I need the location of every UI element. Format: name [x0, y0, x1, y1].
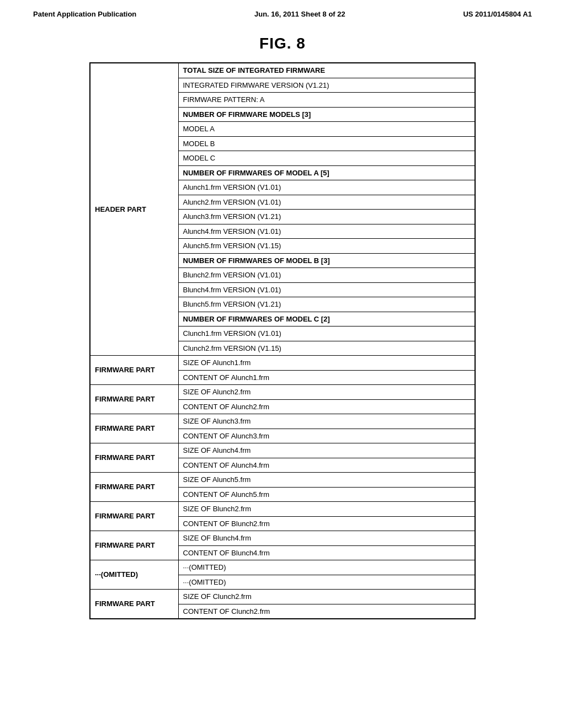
header-part-row-0: TOTAL SIZE OF INTEGRATED FIRMWARE — [178, 63, 475, 78]
firmware-part-cell-5-0: SIZE OF Blunch2.frm — [178, 502, 475, 517]
firmware-part-label-5: FIRMWARE PART — [90, 502, 178, 531]
firmware-part-cell-1-0: SIZE OF Alunch2.frm — [178, 385, 475, 400]
firmware-part-cell-3-0: SIZE OF Alunch4.frm — [178, 443, 475, 458]
firmware-part-row: FIRMWARE PARTSIZE OF Clunch2.frm — [90, 590, 475, 604]
firmware-part-cell-8-0: SIZE OF Clunch2.frm — [178, 590, 475, 604]
firmware-part-cell-4-0: SIZE OF Alunch5.frm — [178, 473, 475, 488]
header-left: Patent Application Publication — [33, 10, 136, 18]
diagram-container: HEADER PARTTOTAL SIZE OF INTEGRATED FIRM… — [89, 62, 476, 619]
firmware-part-label-2: FIRMWARE PART — [90, 414, 178, 443]
firmware-part-row: FIRMWARE PARTSIZE OF Alunch1.frm — [90, 356, 475, 371]
page-header: Patent Application Publication Jun. 16, … — [0, 0, 565, 24]
header-part-row-16: Blunch5.frm VERSION (V1.21) — [178, 297, 475, 312]
diagram-table: HEADER PARTTOTAL SIZE OF INTEGRATED FIRM… — [89, 62, 476, 619]
firmware-part-cell-5-1: CONTENT OF Blunch2.frm — [178, 516, 475, 531]
header-part-row-1: INTEGRATED FIRMWARE VERSION (V1.21) — [178, 78, 475, 93]
firmware-part-label-8: FIRMWARE PART — [90, 590, 178, 619]
firmware-part-row: FIRMWARE PARTSIZE OF Alunch2.frm — [90, 385, 475, 400]
firmware-part-label-1: FIRMWARE PART — [90, 385, 178, 414]
firmware-part-cell-2-1: CONTENT OF Alunch3.frm — [178, 429, 475, 443]
header-part-row-11: Alunch4.frm VERSION (V1.01) — [178, 224, 475, 239]
header-part-row-4: MODEL A — [178, 122, 475, 137]
firmware-part-cell-8-1: CONTENT OF Clunch2.frm — [178, 604, 475, 619]
header-part-row-19: Clunch2.frm VERSION (V1.15) — [178, 341, 475, 356]
firmware-part-cell-3-1: CONTENT OF Alunch4.frm — [178, 458, 475, 473]
firmware-part-label-3: FIRMWARE PART — [90, 443, 178, 473]
firmware-part-row: FIRMWARE PARTSIZE OF Blunch4.frm — [90, 531, 475, 546]
header-part-row-7: NUMBER OF FIRMWARES OF MODEL A [5] — [178, 165, 475, 180]
header-part-row-6: MODEL C — [178, 151, 475, 166]
header-part-row-9: Alunch2.frm VERSION (V1.01) — [178, 195, 475, 210]
firmware-part-cell-2-0: SIZE OF Alunch3.frm — [178, 414, 475, 429]
firmware-part-row: FIRMWARE PARTSIZE OF Alunch3.frm — [90, 414, 475, 429]
header-right: US 2011/0145804 A1 — [463, 10, 532, 18]
firmware-part-cell-7-0: ···(OMITTED) — [178, 560, 475, 575]
fig-title: FIG. 8 — [0, 35, 565, 52]
firmware-part-row: FIRMWARE PARTSIZE OF Alunch4.frm — [90, 443, 475, 458]
firmware-part-row: ···(OMITTED)···(OMITTED) — [90, 560, 475, 575]
firmware-part-cell-0-0: SIZE OF Alunch1.frm — [178, 356, 475, 371]
firmware-part-label-6: FIRMWARE PART — [90, 531, 178, 560]
firmware-part-cell-0-1: CONTENT OF Alunch1.frm — [178, 370, 475, 385]
firmware-part-label-0: FIRMWARE PART — [90, 356, 178, 385]
header-part-row-14: Blunch2.frm VERSION (V1.01) — [178, 268, 475, 283]
firmware-part-row: FIRMWARE PARTSIZE OF Alunch5.frm — [90, 473, 475, 488]
firmware-part-cell-4-1: CONTENT OF Alunch5.frm — [178, 487, 475, 502]
header-part-row-13: NUMBER OF FIRMWARES OF MODEL B [3] — [178, 253, 475, 268]
header-part-row-17: NUMBER OF FIRMWARES OF MODEL C [2] — [178, 312, 475, 326]
table-row: HEADER PARTTOTAL SIZE OF INTEGRATED FIRM… — [90, 63, 475, 78]
header-part-label: HEADER PART — [90, 63, 178, 356]
firmware-part-cell-6-1: CONTENT OF Blunch4.frm — [178, 545, 475, 560]
header-part-row-10: Alunch3.frm VERSION (V1.21) — [178, 210, 475, 224]
firmware-part-label-4: FIRMWARE PART — [90, 473, 178, 502]
firmware-part-cell-1-1: CONTENT OF Alunch2.frm — [178, 399, 475, 414]
header-part-row-8: Alunch1.frm VERSION (V1.01) — [178, 180, 475, 195]
firmware-part-cell-7-1: ···(OMITTED) — [178, 575, 475, 590]
header-part-row-12: Alunch5.frm VERSION (V1.15) — [178, 239, 475, 254]
header-middle: Jun. 16, 2011 Sheet 8 of 22 — [254, 10, 345, 18]
firmware-part-row: FIRMWARE PARTSIZE OF Blunch2.frm — [90, 502, 475, 517]
header-part-row-2: FIRMWARE PATTERN: A — [178, 93, 475, 108]
firmware-part-label-7: ···(OMITTED) — [90, 560, 178, 590]
header-part-row-3: NUMBER OF FIRMWARE MODELS [3] — [178, 107, 475, 122]
firmware-part-cell-6-0: SIZE OF Blunch4.frm — [178, 531, 475, 546]
header-part-row-18: Clunch1.frm VERSION (V1.01) — [178, 326, 475, 341]
header-part-row-15: Blunch4.frm VERSION (V1.01) — [178, 282, 475, 297]
header-part-row-5: MODEL B — [178, 136, 475, 151]
